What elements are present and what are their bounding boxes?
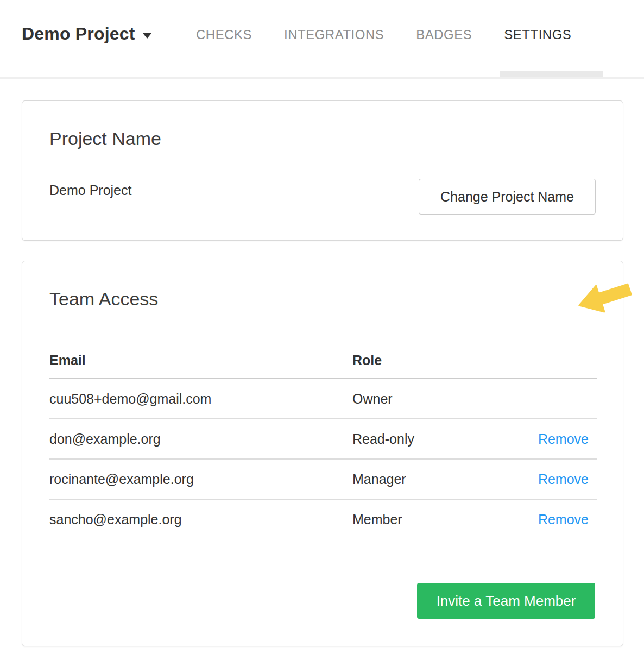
remove-member-link[interactable]: Remove [538,472,589,487]
active-tab-indicator [500,71,603,77]
table-row: rocinante@example.org Manager Remove [49,459,597,499]
table-row: don@example.org Read-only Remove [49,419,597,459]
table-header-row: Email Role [49,343,597,379]
tab-badges[interactable]: BADGES [416,27,472,42]
yellow-arrow-annotation-icon [577,278,633,313]
member-role: Manager [352,459,523,499]
project-name-card: Project Name Demo Project Change Project… [22,100,623,241]
tab-checks[interactable]: CHECKS [196,27,252,42]
member-actions: Remove [523,419,597,459]
column-header-email: Email [49,343,352,379]
team-members-table: Email Role cuu508+demo@gmail.com Owner d… [49,343,597,539]
settings-page: Demo Project CHECKS INTEGRATIONS BADGES … [0,0,644,666]
member-email: don@example.org [49,419,352,459]
project-switcher-dropdown[interactable]: Demo Project [22,24,151,44]
chevron-down-icon [143,33,151,39]
tab-settings[interactable]: SETTINGS [504,27,571,42]
member-actions: Remove [523,459,597,499]
member-role: Owner [352,379,523,419]
project-nav-tabs: CHECKS INTEGRATIONS BADGES SETTINGS [196,27,571,42]
table-row: cuu508+demo@gmail.com Owner [49,379,597,419]
change-project-name-button[interactable]: Change Project Name [419,179,596,215]
member-email: rocinante@example.org [49,459,352,499]
project-name-value: Demo Project [49,183,131,198]
team-access-card-title: Team Access [49,288,158,310]
member-email: cuu508+demo@gmail.com [49,379,352,419]
table-row: sancho@example.org Member Remove [49,499,597,539]
remove-member-link[interactable]: Remove [538,512,589,527]
team-access-card: Team Access Email Role cuu508+demo@gmail… [22,261,623,646]
remove-member-link[interactable]: Remove [538,431,589,447]
member-role: Member [352,499,523,539]
member-role: Read-only [352,419,523,459]
column-header-actions [523,343,597,379]
invite-team-member-button[interactable]: Invite a Team Member [417,583,595,619]
project-name-card-title: Project Name [49,128,161,149]
tab-integrations[interactable]: INTEGRATIONS [284,27,384,42]
member-actions: Remove [523,499,597,539]
member-actions [523,379,597,419]
member-email: sancho@example.org [49,499,352,539]
project-title: Demo Project [22,24,135,44]
project-header: Demo Project CHECKS INTEGRATIONS BADGES … [0,0,644,79]
column-header-role: Role [352,343,523,379]
